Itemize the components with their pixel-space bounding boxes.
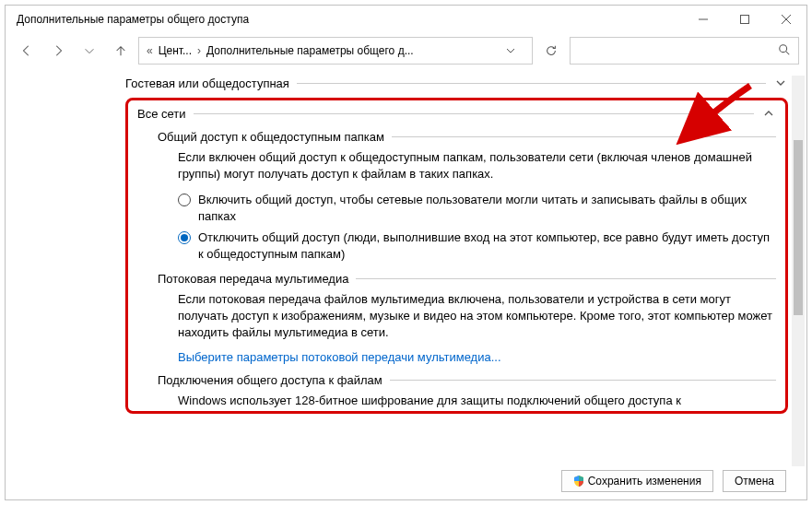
radio-label: Отключить общий доступ (люди, выполнивши…: [198, 229, 776, 262]
description-text: Если включен общий доступ к общедоступны…: [178, 149, 776, 182]
media-streaming-link[interactable]: Выберите параметры потоковой передачи му…: [178, 350, 776, 364]
search-icon[interactable]: [778, 43, 791, 59]
breadcrumb-root-icon: «: [147, 44, 153, 57]
radio-enable-sharing[interactable]: Включить общий доступ, чтобы сетевые пол…: [178, 192, 776, 224]
svg-point-4: [780, 44, 787, 52]
subsection-file-connections: Подключения общего доступа к файлам: [158, 373, 776, 387]
titlebar: Дополнительные параметры общего доступа: [6, 6, 806, 33]
radio-group-public-sharing: Включить общий доступ, чтобы сетевые пол…: [178, 192, 776, 262]
recent-dropdown-icon[interactable]: [76, 37, 103, 65]
breadcrumb-item[interactable]: Дополнительные параметры общего д...: [206, 44, 414, 57]
radio-icon: [178, 231, 191, 244]
scrollbar[interactable]: [792, 76, 805, 466]
svg-rect-1: [740, 16, 748, 24]
close-button[interactable]: [765, 6, 806, 33]
chevron-right-icon: ›: [197, 44, 201, 57]
refresh-button[interactable]: [536, 37, 566, 65]
chevron-down-icon[interactable]: [773, 76, 788, 90]
back-button[interactable]: [13, 37, 41, 65]
window-controls: [682, 6, 806, 33]
scroll-thumb[interactable]: [794, 140, 803, 315]
chevron-up-icon[interactable]: [761, 106, 776, 121]
divider: [194, 113, 754, 114]
svg-line-5: [786, 51, 790, 54]
radio-label: Включить общий доступ, чтобы сетевые пол…: [198, 192, 776, 224]
subsection-media-streaming: Потоковая передача мультимедиа: [158, 272, 776, 286]
subsection-heading: Потоковая передача мультимедиа: [158, 272, 348, 286]
button-label: Сохранить изменения: [588, 475, 701, 487]
address-bar[interactable]: « Цент... › Дополнительные параметры общ…: [138, 37, 533, 65]
search-box[interactable]: [570, 37, 799, 65]
minimize-button[interactable]: [682, 6, 724, 33]
description-text: Windows использует 128-битное шифрование…: [178, 393, 776, 409]
divider: [297, 83, 766, 84]
maximize-button[interactable]: [724, 6, 765, 33]
up-button[interactable]: [107, 37, 135, 65]
window-frame: Дополнительные параметры общего доступа …: [5, 5, 807, 500]
window-title: Дополнительные параметры общего доступа: [17, 13, 249, 26]
section-all-networks[interactable]: Все сети: [137, 106, 776, 121]
subsection-heading: Общий доступ к общедоступным папкам: [158, 130, 384, 144]
section-guest[interactable]: Гостевая или общедоступная: [125, 76, 788, 90]
search-input[interactable]: [578, 44, 778, 57]
shield-icon: [573, 476, 584, 487]
divider: [392, 136, 776, 137]
forward-button[interactable]: [44, 37, 72, 65]
breadcrumb-item[interactable]: Цент...: [159, 44, 192, 57]
radio-disable-sharing[interactable]: Отключить общий доступ (люди, выполнивши…: [178, 229, 776, 262]
footer-buttons: Сохранить изменения Отмена: [6, 468, 806, 499]
section-label: Все сети: [137, 107, 186, 121]
radio-icon: [178, 194, 191, 206]
subsection-heading: Подключения общего доступа к файлам: [158, 373, 382, 387]
subsection-public-folders: Общий доступ к общедоступным папкам: [158, 130, 776, 144]
divider: [390, 380, 776, 381]
button-label: Отмена: [735, 475, 774, 487]
highlight-annotation: Все сети Общий доступ к общедоступным па…: [125, 98, 788, 414]
navigation-bar: « Цент... › Дополнительные параметры общ…: [6, 33, 806, 68]
cancel-button[interactable]: Отмена: [723, 470, 786, 492]
content-area: Гостевая или общедоступная Все сети Общи…: [6, 68, 806, 468]
save-button[interactable]: Сохранить изменения: [561, 470, 713, 492]
address-dropdown-icon[interactable]: [497, 46, 524, 55]
divider: [356, 278, 776, 279]
description-text: Если потоковая передача файлов мультимед…: [178, 291, 776, 342]
section-label: Гостевая или общедоступная: [125, 76, 289, 90]
